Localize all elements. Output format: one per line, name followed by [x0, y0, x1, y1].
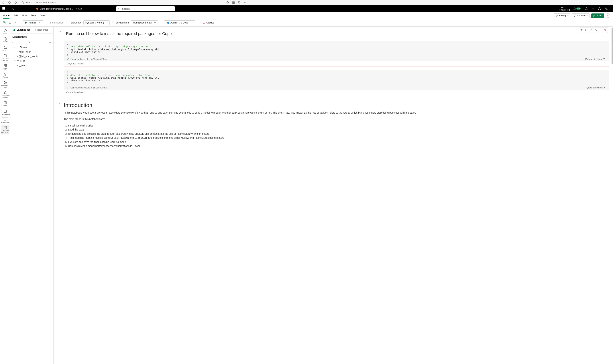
- download-icon[interactable]: [8, 21, 11, 24]
- rail-home[interactable]: Home: [1, 28, 10, 36]
- run-all-button[interactable]: Run all: [23, 20, 43, 25]
- collapse-explorer-button[interactable]: [50, 28, 54, 32]
- svg-point-10: [608, 15, 608, 16]
- more-icon[interactable]: [244, 1, 247, 4]
- download-icon[interactable]: [591, 7, 595, 10]
- scrollbar[interactable]: [612, 28, 613, 64]
- file-icon: [33, 28, 36, 31]
- plus-circle-icon: [3, 37, 7, 41]
- markdown-cell-highlighted[interactable]: Run the cell below to install the requir…: [64, 28, 609, 66]
- app-launcher-icon[interactable]: [2, 7, 5, 10]
- tree-df-pred[interactable]: df_pred_results: [11, 54, 53, 59]
- back-icon[interactable]: [2, 1, 5, 4]
- tree-df-clean[interactable]: df_clean: [11, 50, 53, 54]
- rail-apps[interactable]: Apps: [1, 63, 10, 71]
- browser-chrome: Search or enter web address: [0, 0, 613, 5]
- tree-files[interactable]: Files: [11, 59, 53, 63]
- trophy-icon: [3, 72, 7, 76]
- share-icon: [593, 14, 595, 17]
- extensions-icon[interactable]: [226, 1, 229, 4]
- markdown-cell-intro[interactable]: Introduction In this notebook, you'll se…: [64, 100, 609, 150]
- monitor-icon: [3, 81, 7, 84]
- pin-icon[interactable]: [29, 41, 31, 44]
- refresh-icon[interactable]: [8, 1, 11, 4]
- rocket-icon: [3, 91, 7, 94]
- explorer-tab-lakehouses[interactable]: Lakehouses: [12, 26, 32, 33]
- comments-button[interactable]: Comments: [572, 13, 590, 18]
- language-select[interactable]: PySpark (Python): [83, 20, 110, 25]
- rail-my-workspace[interactable]: My workspace: [1, 119, 10, 125]
- output-hidden-label[interactable]: Output is hidden: [64, 90, 609, 95]
- workspaces-icon: [3, 109, 7, 113]
- chevron-down-icon: [84, 8, 85, 10]
- rail-monitoring[interactable]: Monitoring hub: [1, 79, 10, 89]
- rail-create[interactable]: Create: [1, 36, 10, 44]
- cell-collapse-toggle[interactable]: [59, 28, 63, 33]
- code-block[interactable]: 1 2#Run this cell to install the require…: [64, 41, 609, 61]
- split-icon[interactable]: [232, 1, 235, 4]
- settings-icon[interactable]: [585, 7, 588, 10]
- list-item: Load the data: [68, 128, 609, 131]
- explorer-tab-resources[interactable]: Resources: [32, 26, 50, 33]
- tree-churn[interactable]: churn: [11, 63, 53, 68]
- help-icon[interactable]: [598, 7, 601, 10]
- folder-icon: [3, 46, 7, 49]
- share-button[interactable]: Share: [591, 13, 604, 18]
- cell-language-selector[interactable]: PySpark (Python): [585, 58, 607, 60]
- swap-icon[interactable]: [49, 41, 51, 44]
- open-vscode-button[interactable]: Open in VS Code: [164, 20, 195, 25]
- copilot-icon: [203, 22, 205, 24]
- list-item: Understand and process the data through …: [68, 132, 609, 136]
- list-item: Install custom libraries: [68, 124, 609, 128]
- cell-language-selector[interactable]: PySpark (Python): [586, 86, 607, 89]
- shield-icon: [36, 7, 39, 10]
- stop-session-button[interactable]: Stop session: [45, 21, 65, 25]
- left-nav-rail: Home Create Browse OneLake data hub Apps…: [0, 26, 10, 364]
- tab-edit[interactable]: Edit: [14, 13, 18, 19]
- people-icon[interactable]: [604, 7, 608, 10]
- breadcrumb[interactable]: Confidential\Microsoft Extend...: [36, 7, 73, 10]
- rail-workspaces[interactable]: Workspaces: [1, 108, 10, 116]
- cell-collapse-toggle[interactable]: [59, 100, 63, 105]
- tab-home[interactable]: Home: [3, 13, 10, 19]
- svg-rect-22: [19, 51, 21, 53]
- chevron-down-icon: [106, 22, 108, 24]
- tab-view[interactable]: View: [40, 13, 46, 19]
- saved-status[interactable]: · Saved: [75, 7, 85, 10]
- svg-rect-15: [5, 65, 7, 65]
- notebook-icon: [3, 126, 7, 130]
- svg-rect-14: [4, 65, 5, 65]
- rail-active-notebook[interactable]: Customer churn-S13: [1, 125, 10, 134]
- search-icon: [118, 7, 121, 10]
- table-icon: [19, 55, 22, 58]
- gear-icon[interactable]: [14, 21, 17, 24]
- header-search[interactable]: Search: [116, 6, 175, 11]
- rail-onelake[interactable]: OneLake data hub: [1, 53, 10, 63]
- rail-deployment[interactable]: Deployment pipelines: [1, 90, 10, 100]
- save-icon[interactable]: [2, 21, 6, 24]
- code-cell[interactable]: 1 2#Run this cell to install the require…: [64, 70, 609, 90]
- address-placeholder: Search or enter web address: [26, 1, 56, 4]
- rail-learn[interactable]: Learn: [1, 100, 10, 108]
- svg-point-9: [606, 8, 607, 9]
- rail-browse[interactable]: Browse: [1, 44, 10, 52]
- tab-run[interactable]: Run: [22, 13, 27, 19]
- editing-dropdown[interactable]: Editing: [554, 13, 570, 18]
- ribbon-tabs: Home Edit Run Data View Editing Comments…: [0, 12, 613, 19]
- comment-icon: [574, 14, 576, 17]
- home-icon[interactable]: [14, 1, 17, 4]
- explorer-item-row[interactable]: r: [10, 40, 53, 45]
- svg-point-6: [586, 8, 587, 9]
- favorites-icon[interactable]: [238, 1, 241, 4]
- notifications-button[interactable]: 125: [573, 7, 582, 11]
- tree-tables[interactable]: Tables: [11, 45, 53, 50]
- presence-avatar[interactable]: [606, 13, 610, 18]
- copilot-button[interactable]: Copilot: [201, 21, 215, 25]
- tab-data[interactable]: Data: [31, 13, 36, 19]
- notebook-canvas[interactable]: Run the cell below to install the requir…: [53, 26, 613, 364]
- output-hidden-label[interactable]: Output is hidden: [64, 61, 609, 66]
- address-bar[interactable]: Search or enter web address: [20, 1, 224, 4]
- environment-select[interactable]: Workspace default: [131, 20, 158, 25]
- rail-metrics[interactable]: Metrics: [1, 71, 10, 79]
- vscode-icon: [166, 21, 169, 24]
